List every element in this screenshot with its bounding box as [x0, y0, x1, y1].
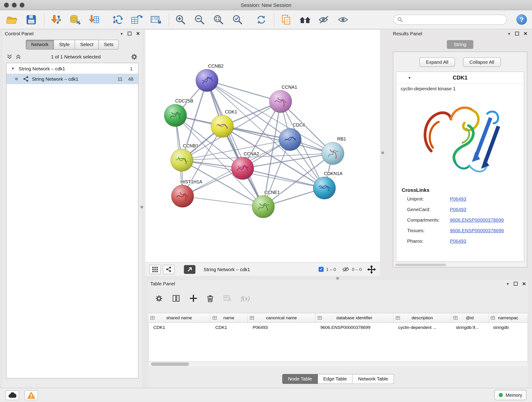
- network-node-label: CDK1: [225, 109, 237, 114]
- table-horizontal-scrollbar[interactable]: [149, 362, 528, 367]
- crosslink-row: GeneCard: P06493: [396, 204, 524, 215]
- splitter-handle[interactable]: [336, 277, 339, 280]
- tab-edge-table[interactable]: Edge Table: [318, 374, 353, 384]
- panel-menu-icon[interactable]: ▼: [120, 32, 123, 35]
- protein-structure-image: [418, 93, 502, 184]
- results-horizontal-scrollbar[interactable]: [395, 264, 525, 266]
- tab-node-table[interactable]: Node Table: [282, 374, 318, 384]
- splitter-handle[interactable]: [140, 206, 143, 208]
- function-builder-icon[interactable]: f(x): [241, 294, 250, 302]
- copy-icon[interactable]: [279, 12, 293, 27]
- import-table-icon[interactable]: [87, 12, 101, 27]
- close-panel-icon[interactable]: ×: [524, 31, 527, 37]
- tab-network-table[interactable]: Network Table: [353, 374, 394, 384]
- refresh-icon[interactable]: [254, 12, 269, 27]
- column-header[interactable]: description: [394, 313, 451, 322]
- open-session-icon[interactable]: [5, 12, 20, 27]
- create-column-icon[interactable]: [190, 294, 197, 302]
- close-panel-icon[interactable]: ×: [522, 281, 526, 287]
- table-row[interactable]: CDK1CDK1P064939606.ENSP00000378699cyclin…: [149, 323, 528, 332]
- crosslink-link[interactable]: P06493: [450, 196, 466, 201]
- network-node-label: RB1: [337, 136, 346, 141]
- splitter-handle[interactable]: [381, 151, 384, 154]
- import-network-database-icon[interactable]: [68, 12, 82, 27]
- save-session-icon[interactable]: [24, 12, 39, 27]
- column-header[interactable]: name: [210, 313, 248, 322]
- cloud-button[interactable]: [6, 390, 19, 400]
- scrollbar-thumb[interactable]: [151, 363, 189, 366]
- network-edge[interactable]: [207, 80, 263, 207]
- table-cell[interactable]: stringdb: [488, 323, 527, 332]
- toolbar-separator: [274, 13, 274, 26]
- column-header[interactable]: @id: [451, 313, 489, 322]
- network-row[interactable]: String Network – cdk1 11 48: [6, 74, 138, 84]
- zoom-out-icon[interactable]: [192, 12, 207, 27]
- expand-all-button[interactable]: Expand All: [419, 57, 455, 67]
- column-header[interactable]: database identifier: [316, 313, 394, 322]
- table-cell[interactable]: cyclin-dependent ...: [393, 323, 451, 332]
- table-cell[interactable]: CDK1: [210, 323, 248, 332]
- export-image-icon[interactable]: [148, 12, 163, 27]
- control-panel-tabs: Network Style Select Sets: [3, 40, 142, 50]
- zoom-in-icon[interactable]: [173, 12, 188, 27]
- collapse-all-tree-icon[interactable]: [7, 54, 12, 59]
- hide-panel-eye-icon[interactable]: [317, 12, 331, 27]
- float-panel-icon[interactable]: [515, 32, 519, 36]
- collapse-all-button[interactable]: Collapse All: [463, 57, 501, 67]
- window-title: Session: New Session: [0, 2, 532, 8]
- tree-expand-icon[interactable]: ▼: [11, 66, 15, 70]
- gene-section-header[interactable]: ▼ CDK1: [396, 72, 524, 84]
- column-header[interactable]: canonical name: [248, 313, 316, 322]
- crosslink-link[interactable]: P06493: [450, 238, 466, 244]
- toolbar-separator: [44, 13, 44, 26]
- column-header[interactable]: namespac: [488, 313, 528, 322]
- network-canvas[interactable]: CCNB2CCNA1CDC25BCDK1CDC6RB1CCNB1CCNA2CDK…: [145, 30, 380, 262]
- tab-network[interactable]: Network: [26, 40, 54, 50]
- float-panel-icon[interactable]: [514, 282, 518, 286]
- search-input[interactable]: [394, 15, 507, 25]
- table-settings-gear-icon[interactable]: [155, 294, 163, 302]
- expand-all-tree-icon[interactable]: [16, 54, 21, 59]
- network-view[interactable]: CCNB2CCNA1CDC25BCDK1CDC6RB1CCNB1CCNA2CDK…: [145, 30, 380, 262]
- show-columns-icon[interactable]: [172, 294, 180, 302]
- crosslink-label: GeneCard:: [407, 206, 450, 212]
- tab-select[interactable]: Select: [75, 40, 99, 50]
- zoom-fit-icon[interactable]: [211, 12, 226, 27]
- memory-button[interactable]: Memory: [494, 390, 526, 400]
- crosslink-link[interactable]: 9606.ENSP00000378699: [450, 228, 504, 233]
- selected-checkbox-icon[interactable]: ✓: [319, 267, 324, 272]
- graphics-details-button[interactable]: [163, 264, 174, 274]
- crosslink-link[interactable]: 9606.ENSP00000378699: [450, 217, 504, 223]
- detach-view-button[interactable]: [184, 265, 196, 274]
- table-toolbar: f(x): [148, 288, 528, 304]
- column-header[interactable]: shared name: [148, 313, 210, 322]
- export-table-icon[interactable]: [129, 12, 144, 27]
- table-cell[interactable]: P06493: [248, 323, 316, 332]
- panel-menu-icon[interactable]: ▼: [506, 282, 510, 286]
- collapse-section-icon[interactable]: ▼: [408, 76, 411, 80]
- float-panel-icon[interactable]: [128, 32, 132, 36]
- warnings-button[interactable]: [25, 390, 38, 400]
- zoom-selected-icon[interactable]: [230, 12, 245, 27]
- tab-sets[interactable]: Sets: [99, 40, 119, 50]
- delete-table-icon[interactable]: [223, 294, 231, 302]
- panel-menu-icon[interactable]: ▼: [507, 32, 511, 35]
- crosslink-link[interactable]: P06493: [450, 206, 466, 212]
- network-collection-row[interactable]: ▼ String Network – cdk1 1: [6, 63, 138, 74]
- help-icon[interactable]: ?: [516, 14, 527, 25]
- home-icon[interactable]: [298, 12, 312, 27]
- pan-crosshair-icon[interactable]: [367, 265, 376, 274]
- tab-style[interactable]: Style: [54, 40, 75, 50]
- table-cell[interactable]: stringdb:9...: [451, 323, 488, 332]
- gear-icon[interactable]: [131, 53, 138, 60]
- close-panel-icon[interactable]: ×: [136, 31, 140, 37]
- birds-eye-view-button[interactable]: [149, 264, 161, 274]
- new-network-icon[interactable]: [110, 12, 125, 27]
- import-network-file-icon[interactable]: [49, 12, 63, 27]
- table-cell[interactable]: 9606.ENSP00000378699: [316, 323, 393, 332]
- show-panel-eye-icon[interactable]: [336, 12, 351, 27]
- table-cell[interactable]: CDK1: [149, 323, 211, 332]
- network-edge[interactable]: [183, 196, 263, 207]
- results-tab-string[interactable]: String: [447, 40, 473, 49]
- delete-column-trash-icon[interactable]: [207, 294, 214, 302]
